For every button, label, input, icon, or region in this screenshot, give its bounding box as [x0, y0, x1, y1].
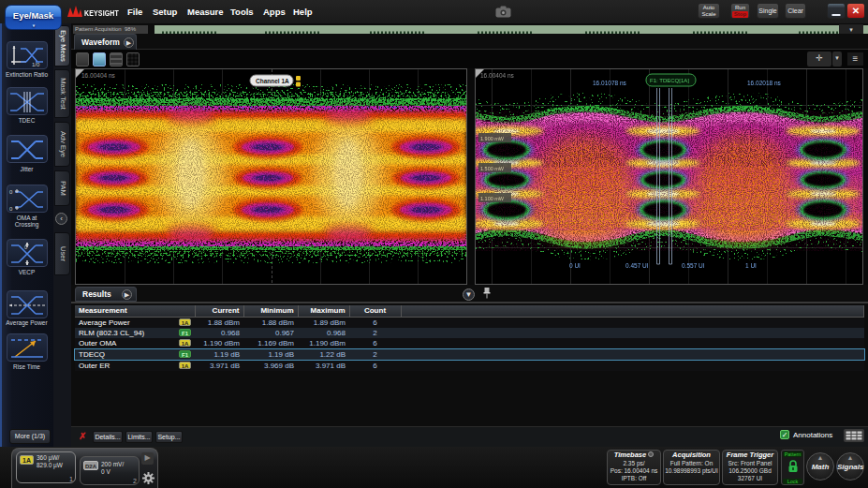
svg-text:1.100 mW: 1.100 mW	[480, 196, 505, 201]
svg-text:F1: TDECQ[1A]: F1: TDECQ[1A]	[650, 78, 689, 83]
svg-text:16.02018 ns: 16.02018 ns	[747, 80, 782, 86]
svg-text:0 UI: 0 UI	[569, 262, 581, 269]
svg-text:16.00404 ns: 16.00404 ns	[480, 72, 515, 79]
svg-text:0.557 UI: 0.557 UI	[682, 262, 705, 269]
svg-text:Channel 1A: Channel 1A	[256, 78, 289, 84]
svg-text:16.01078 ns: 16.01078 ns	[593, 80, 627, 86]
svg-text:0: 0	[9, 206, 13, 212]
svg-text:0: 0	[9, 189, 13, 195]
svg-text:1/0: 1/0	[32, 62, 40, 67]
svg-text:16.00404 ns: 16.00404 ns	[81, 72, 116, 79]
svg-text:1.500 mW: 1.500 mW	[480, 166, 505, 171]
svg-text:0: 0	[24, 244, 27, 250]
svg-text:1.900 mW: 1.900 mW	[480, 136, 505, 141]
svg-text:1 UI: 1 UI	[745, 262, 757, 269]
svg-text:0.457 UI: 0.457 UI	[625, 262, 649, 269]
